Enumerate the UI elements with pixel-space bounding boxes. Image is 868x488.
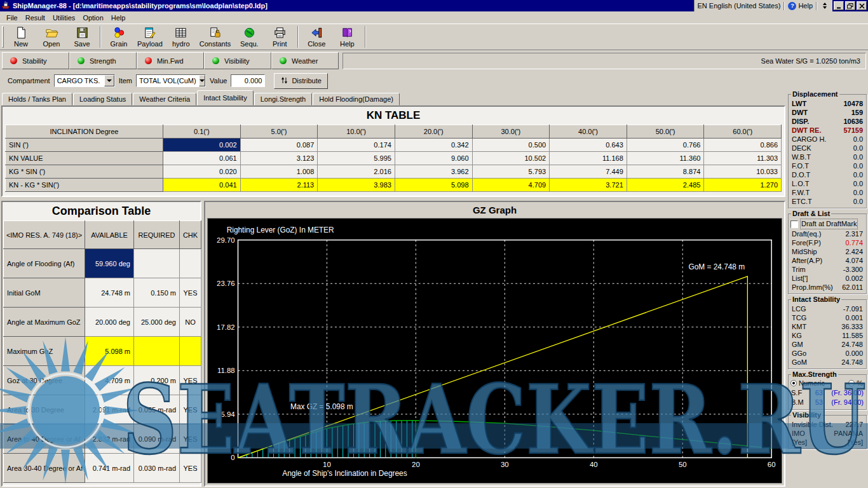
toolbar-button-save[interactable]: Save: [67, 25, 97, 49]
kn-value-cell[interactable]: 10.502: [472, 152, 550, 165]
toolbar-button-sequ[interactable]: Sequ.: [234, 25, 264, 49]
kn-value-cell[interactable]: 0.866: [704, 139, 782, 152]
comparison-available-cell[interactable]: 2.091 m-rad: [85, 395, 134, 424]
item-dropdown[interactable]: TOTAL VOL(CuM): [136, 74, 206, 87]
comparison-available-cell[interactable]: 20.000 deg: [85, 308, 134, 337]
toolbar-button-close[interactable]: Close: [301, 25, 332, 49]
tab-weather-criteria[interactable]: Weather Criteria: [133, 93, 196, 105]
comparison-required-cell[interactable]: 0.055 m-rad: [134, 395, 180, 424]
toolbar-button-hydro[interactable]: hydro: [166, 25, 196, 49]
tab-longi-strength[interactable]: Longi.Strength: [254, 93, 313, 105]
language-bar-options-icon[interactable]: [820, 3, 829, 9]
toolbar-button-grain[interactable]: Grain: [104, 25, 134, 49]
kn-value-cell[interactable]: 3.983: [318, 179, 395, 192]
draft-at-draftmark-checkbox[interactable]: [790, 220, 798, 228]
kn-value-cell[interactable]: 11.303: [704, 152, 782, 165]
kn-value-cell[interactable]: 3.962: [395, 165, 472, 179]
kn-value-cell[interactable]: 4.709: [472, 179, 550, 192]
svg-text:29.70: 29.70: [217, 236, 234, 244]
comparison-chk-cell[interactable]: [180, 249, 201, 278]
kn-value-cell[interactable]: 1.270: [704, 179, 782, 192]
comparison-chk-cell[interactable]: YES: [180, 366, 201, 395]
comparison-chk-cell[interactable]: [180, 337, 201, 366]
kn-value-cell[interactable]: 0.174: [318, 139, 395, 152]
comparison-available-cell[interactable]: 5.098 m: [85, 337, 134, 366]
kn-value-cell[interactable]: 11.168: [550, 152, 627, 165]
mode-button-weather[interactable]: Weather: [271, 52, 339, 69]
kn-value-cell[interactable]: 3.123: [240, 152, 318, 165]
kn-value-cell[interactable]: 2.113: [240, 179, 318, 192]
toolbar-button-help[interactable]: Help: [332, 25, 362, 49]
toolbar-button-constants[interactable]: Constants: [196, 25, 234, 49]
toolbar-button-new[interactable]: New: [6, 25, 36, 49]
comparison-chk-cell[interactable]: YES: [180, 424, 201, 454]
kn-value-cell[interactable]: 5.098: [395, 179, 472, 192]
comparison-required-cell[interactable]: 0.030 m-rad: [134, 454, 180, 483]
toolbar-button-print[interactable]: Print: [264, 25, 295, 49]
comparison-available-cell[interactable]: 59.960 deg: [85, 249, 134, 278]
chevron-down-icon[interactable]: [199, 75, 205, 86]
comparison-required-cell[interactable]: [134, 249, 180, 278]
mode-button-strength[interactable]: Strength: [69, 52, 137, 69]
menu-item-option[interactable]: Option: [79, 13, 107, 23]
minimize-button[interactable]: [834, 1, 844, 10]
mode-button-stability[interactable]: Stability: [2, 52, 69, 69]
kn-value-cell[interactable]: 0.002: [163, 139, 241, 152]
comparison-chk-cell[interactable]: YES: [180, 454, 201, 483]
kn-value-cell[interactable]: 0.087: [240, 139, 318, 152]
kn-value-cell[interactable]: 11.360: [627, 152, 704, 165]
tab-intact-stability[interactable]: Intact Stability: [197, 90, 253, 105]
percent-radio[interactable]: %: [848, 379, 863, 387]
value-input[interactable]: 0.000: [231, 74, 265, 87]
kn-value-cell[interactable]: 8.874: [627, 165, 704, 179]
chevron-down-icon[interactable]: [104, 75, 114, 86]
kn-value-cell[interactable]: 0.643: [550, 139, 627, 152]
numeric-radio[interactable]: Numeric: [790, 379, 825, 387]
kn-value-cell[interactable]: 0.500: [472, 139, 550, 152]
comparison-required-cell[interactable]: 0.090 m-rad: [134, 424, 180, 454]
kn-value-cell[interactable]: 2.485: [627, 179, 704, 192]
comparison-available-cell[interactable]: 2.832 m-rad: [85, 424, 134, 454]
comparison-chk-cell[interactable]: YES: [180, 278, 201, 308]
distribute-button[interactable]: Distribute: [274, 73, 327, 89]
comparison-required-cell[interactable]: 0.200 m: [134, 366, 180, 395]
comparison-required-cell[interactable]: 25.000 deg: [134, 308, 180, 337]
comparison-available-cell[interactable]: 24.748 m: [85, 278, 134, 308]
language-bar[interactable]: EN English (United States) ? Help: [694, 0, 832, 11]
menu-item-file[interactable]: File: [3, 13, 22, 23]
tab-hold-flooding-damage[interactable]: Hold Flooding(Damage): [313, 93, 400, 105]
close-button[interactable]: [857, 1, 867, 10]
comparison-required-cell[interactable]: 0.150 m: [134, 278, 180, 308]
kn-value-cell[interactable]: 0.766: [627, 139, 704, 152]
kn-value-cell[interactable]: 0.061: [163, 152, 241, 165]
kn-value-cell[interactable]: 0.020: [163, 165, 241, 179]
tab-holds-tanks-plan[interactable]: Holds / Tanks Plan: [2, 93, 72, 105]
kn-value-cell[interactable]: 5.995: [318, 152, 395, 165]
kn-value-cell[interactable]: 0.342: [395, 139, 472, 152]
kn-value-cell[interactable]: 10.033: [704, 165, 782, 179]
toolbar-button-payload[interactable]: Payload: [134, 25, 166, 49]
kn-value-cell[interactable]: 9.060: [395, 152, 472, 165]
tab-loading-status[interactable]: Loading Status: [73, 93, 132, 105]
comparison-available-cell[interactable]: 4.709 m: [85, 366, 134, 395]
toolbar-grip[interactable]: [2, 26, 4, 48]
kn-value-cell[interactable]: 7.449: [550, 165, 627, 179]
comparison-chk-cell[interactable]: NO: [180, 308, 201, 337]
mode-button-visibility[interactable]: Visibility: [204, 52, 271, 69]
toolbar-button-open[interactable]: Open: [36, 25, 67, 49]
compartment-dropdown[interactable]: CARGO TKS.: [54, 74, 115, 87]
comparison-chk-cell[interactable]: YES: [180, 395, 201, 424]
language-bar-help[interactable]: Help: [798, 2, 813, 10]
menu-item-help[interactable]: Help: [107, 13, 130, 23]
comparison-required-cell[interactable]: [134, 337, 180, 366]
comparison-available-cell[interactable]: 0.741 m-rad: [85, 454, 134, 483]
kn-value-cell[interactable]: 2.016: [318, 165, 395, 179]
restore-button[interactable]: [845, 1, 855, 10]
menu-item-utilities[interactable]: Utilities: [49, 13, 79, 23]
mode-button-min-fwd[interactable]: Min.Fwd: [137, 52, 204, 69]
kn-value-cell[interactable]: 5.793: [472, 165, 550, 179]
kn-value-cell[interactable]: 3.721: [550, 179, 627, 192]
menu-item-result[interactable]: Result: [22, 13, 49, 23]
kn-value-cell[interactable]: 0.041: [163, 179, 241, 192]
kn-value-cell[interactable]: 1.008: [240, 165, 318, 179]
